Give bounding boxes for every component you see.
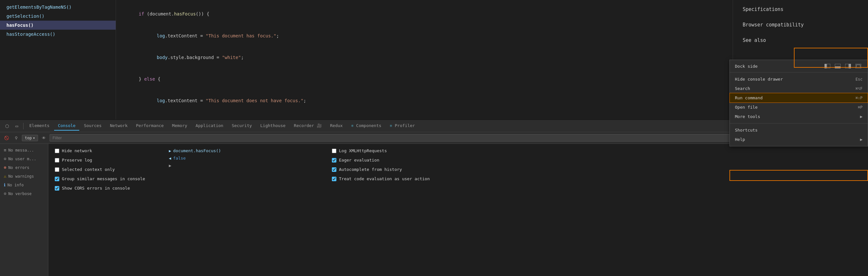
option-group-similar[interactable]: Group similar messages in console [55, 176, 158, 181]
result-arrow: ◀ [169, 156, 171, 160]
tab-sources[interactable]: Sources [80, 121, 105, 130]
help-arrow-icon: ▶ [860, 137, 863, 142]
menu-open-file-shortcut: ⌘P [858, 105, 863, 110]
dock-separate-icon[interactable] [854, 62, 863, 70]
menu-section-1: Hide console drawer Esc Search ⌘⌥F Run c… [730, 72, 868, 123]
option-cors-errors[interactable]: Show CORS errors in console [55, 186, 158, 190]
warnings-icon: ⚠ [4, 174, 6, 179]
log-info[interactable]: ℹ No info [0, 181, 48, 189]
log-verbose[interactable]: ⊙ No verbose [0, 189, 48, 198]
log-user-label: No user m... [8, 157, 36, 161]
tab-recorder[interactable]: Recorder 🎥 [290, 121, 326, 130]
tab-profiler[interactable]: ⚛ Profiler [386, 121, 419, 130]
treat-code-label: Treat code evaluation as user action [339, 176, 430, 181]
tab-components[interactable]: ⚛ Components [347, 121, 385, 130]
menu-hide-console-label: Hide console drawer [735, 77, 783, 82]
tab-elements[interactable]: Elements [26, 121, 54, 130]
tab-network[interactable]: Network [106, 121, 131, 130]
preserve-log-label: Preserve log [62, 158, 92, 162]
menu-help-label: Help [735, 137, 745, 142]
option-preserve-log[interactable]: Preserve log [55, 158, 158, 162]
hide-network-label: Hide network [62, 148, 92, 153]
mdn-link-browser-compatibility[interactable]: Browser compatibility [743, 22, 858, 28]
cors-errors-checkbox[interactable] [55, 186, 59, 190]
tab-performance[interactable]: Performance [132, 121, 167, 130]
dock-left-icon[interactable] [823, 62, 832, 70]
svg-rect-5 [849, 64, 851, 68]
group-similar-checkbox[interactable] [55, 177, 59, 181]
log-messages[interactable]: ≡ No messa... [0, 146, 48, 154]
treat-code-checkbox[interactable] [332, 177, 336, 181]
log-warnings[interactable]: ⚠ No warnings [0, 172, 48, 181]
menu-help[interactable]: Help ▶ [730, 135, 868, 144]
context-selector[interactable]: top ▾ [22, 135, 38, 141]
output-prompt-line[interactable]: ▶ [169, 162, 321, 169]
option-treat-code[interactable]: Treat code evaluation as user action [332, 176, 862, 181]
filter-icon[interactable]: ⚲ [12, 134, 20, 142]
menu-search[interactable]: Search ⌘⌥F [730, 84, 868, 93]
device-icon[interactable]: ▭ [12, 122, 21, 130]
menu-more-tools-label: More tools [735, 114, 760, 119]
console-content: Hide network Preserve log Selected conte… [48, 144, 868, 276]
svg-rect-2 [835, 64, 841, 66]
code-line-5: log.textContent = "This document does no… [122, 90, 726, 112]
tab-application[interactable]: Application [192, 121, 227, 130]
log-xhr-label: Log XMLHttpRequests [339, 148, 387, 153]
eager-eval-checkbox[interactable] [332, 158, 336, 162]
dock-right-icon[interactable] [844, 62, 852, 70]
api-item-hasStorageAccess[interactable]: hasStorageAccess() [0, 30, 116, 39]
eye-icon[interactable]: 👁 [40, 134, 48, 142]
autocomplete-label: Autocomplete from history [339, 167, 402, 172]
option-autocomplete[interactable]: Autocomplete from history [332, 167, 862, 172]
code-line-6: body.style.background = "gray"; [122, 112, 726, 119]
autocomplete-checkbox[interactable] [332, 167, 336, 172]
log-errors-label: No errors [8, 165, 29, 170]
console-output: ▶ document.hasFocus() ◀ false ▶ [164, 144, 326, 276]
code-line-4: } else { [122, 68, 726, 90]
api-item-getElementsByTagNameNS[interactable]: getElementsByTagNameNS() [0, 3, 116, 11]
api-item-getSelection[interactable]: getSelection() [0, 11, 116, 21]
menu-open-file-label: Open file [735, 105, 757, 110]
group-similar-label: Group similar messages in console [62, 176, 145, 181]
option-selected-context[interactable]: Selected context only [55, 167, 158, 172]
clear-console-icon[interactable]: 🚫 [3, 134, 10, 142]
menu-shortcuts[interactable]: Shortcuts [730, 125, 868, 135]
tab-console[interactable]: Console [54, 121, 80, 130]
log-errors[interactable]: ⊗ No errors [0, 163, 48, 172]
menu-search-shortcut: ⌘⌥F [856, 86, 863, 91]
selected-context-checkbox[interactable] [55, 167, 59, 172]
log-warnings-label: No warnings [8, 174, 34, 179]
result-value: false [173, 156, 186, 160]
api-item-hasFocus[interactable]: hasFocus() [0, 21, 116, 30]
log-user-messages[interactable]: ⊙ No user m... [0, 154, 48, 163]
log-info-label: No info [7, 183, 24, 187]
code-line-1: if (document.hasFocus()) { [122, 3, 726, 25]
inspect-icon[interactable]: ⬡ [3, 122, 11, 130]
context-menu: Dock side Hide console drawer Esc Search… [730, 60, 868, 146]
prompt-symbol: ▶ [169, 163, 172, 168]
tab-memory[interactable]: Memory [168, 121, 191, 130]
dock-bottom-icon[interactable] [834, 62, 842, 70]
menu-hide-console-drawer[interactable]: Hide console drawer Esc [730, 74, 868, 84]
menu-run-command-shortcut: ⌘⇧P [856, 96, 863, 100]
console-main: ≡ No messa... ⊙ No user m... ⊗ No errors… [0, 144, 868, 276]
context-dropdown-icon: ▾ [33, 136, 35, 140]
hide-network-checkbox[interactable] [55, 149, 59, 153]
mdn-link-specifications[interactable]: Specifications [743, 6, 858, 12]
menu-open-file[interactable]: Open file ⌘P [730, 102, 868, 112]
tab-redux[interactable]: Redux [327, 121, 347, 130]
option-log-xhr[interactable]: Log XMLHttpRequests [332, 148, 862, 153]
svg-rect-0 [825, 64, 827, 68]
menu-search-label: Search [735, 86, 750, 91]
menu-run-command[interactable]: Run command ⌘⇧P [730, 93, 868, 102]
svg-rect-1 [827, 64, 830, 68]
menu-more-tools[interactable]: More tools ▶ [730, 112, 868, 121]
tab-lighthouse[interactable]: Lighthouse [256, 121, 289, 130]
log-xhr-checkbox[interactable] [332, 149, 336, 153]
mdn-link-see-also[interactable]: See also [743, 37, 858, 43]
option-eager-eval[interactable]: Eager evaluation [332, 158, 862, 162]
preserve-log-checkbox[interactable] [55, 158, 59, 162]
option-hide-network[interactable]: Hide network [55, 148, 158, 153]
svg-rect-4 [845, 64, 849, 68]
tab-security[interactable]: Security [228, 121, 256, 130]
